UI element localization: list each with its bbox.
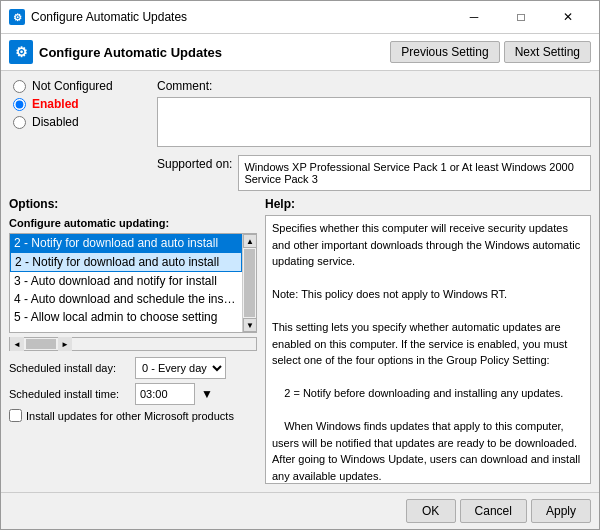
minimize-button[interactable]: ─ — [451, 7, 497, 27]
scheduled-time-label: Scheduled install time: — [9, 388, 129, 400]
comment-label: Comment: — [157, 79, 212, 93]
bottom-bar: OK Cancel Apply — [1, 492, 599, 529]
checkbox-row: Install updates for other Microsoft prod… — [9, 409, 257, 422]
scroll-right-btn[interactable]: ► — [58, 337, 72, 351]
list-item[interactable]: 2 - Notify for download and auto install — [10, 234, 242, 252]
scheduled-time-row: Scheduled install time: ▼ — [9, 383, 257, 405]
scroll-thumb — [244, 249, 255, 317]
radio-disabled-input[interactable] — [13, 116, 26, 129]
radio-enabled-input[interactable] — [13, 98, 26, 111]
window-controls: ─ □ ✕ — [451, 7, 591, 27]
scheduled-time-input[interactable] — [135, 383, 195, 405]
top-section: Not Configured Enabled Disabled Comment: — [9, 79, 591, 191]
configure-label: Configure automatic updating: — [9, 217, 257, 229]
header-buttons: Previous Setting Next Setting — [390, 41, 591, 63]
main-window: ⚙ Configure Automatic Updates ─ □ ✕ ⚙ Co… — [0, 0, 600, 530]
list-item[interactable]: 3 - Auto download and notify for install — [10, 272, 242, 290]
radio-enabled-label: Enabled — [32, 97, 79, 111]
form-fields: Scheduled install day: 0 - Every day Sch… — [9, 357, 257, 422]
radio-disabled-label: Disabled — [32, 115, 79, 129]
configure-list: 2 - Notify for download and auto install… — [9, 233, 257, 333]
configure-list-inner: 2 - Notify for download and auto install… — [10, 234, 242, 332]
apply-button[interactable]: Apply — [531, 499, 591, 523]
window-icon: ⚙ — [9, 9, 25, 25]
help-text: Specifies whether this computer will rec… — [272, 222, 582, 484]
maximize-button[interactable]: □ — [498, 7, 544, 27]
header-icon: ⚙ — [9, 40, 33, 64]
checkbox-label: Install updates for other Microsoft prod… — [26, 410, 234, 422]
horizontal-scrollbar: ◄ ► — [9, 337, 257, 351]
radio-panel: Not Configured Enabled Disabled — [9, 79, 149, 191]
radio-group: Not Configured Enabled Disabled — [9, 79, 149, 129]
comment-textarea[interactable] — [157, 97, 591, 147]
radio-disabled[interactable]: Disabled — [13, 115, 149, 129]
radio-not-configured-label: Not Configured — [32, 79, 113, 93]
list-item[interactable]: 4 - Auto download and schedule the insta… — [10, 290, 242, 308]
main-content: Not Configured Enabled Disabled Comment: — [1, 71, 599, 492]
scheduled-day-label: Scheduled install day: — [9, 362, 129, 374]
options-help-row: Options: Configure automatic updating: 2… — [9, 197, 591, 484]
scroll-up-btn[interactable]: ▲ — [243, 234, 257, 248]
radio-not-configured-input[interactable] — [13, 80, 26, 93]
supported-value: Windows XP Professional Service Pack 1 o… — [238, 155, 591, 191]
time-dropdown-icon[interactable]: ▼ — [201, 387, 213, 401]
list-scrollbar: ▲ ▼ — [242, 234, 256, 332]
next-setting-button[interactable]: Next Setting — [504, 41, 591, 63]
scroll-left-btn[interactable]: ◄ — [10, 337, 24, 351]
radio-not-configured[interactable]: Not Configured — [13, 79, 149, 93]
ok-button[interactable]: OK — [406, 499, 456, 523]
previous-setting-button[interactable]: Previous Setting — [390, 41, 499, 63]
help-section: Help: Specifies whether this computer wi… — [265, 197, 591, 484]
other-products-checkbox[interactable] — [9, 409, 22, 422]
scheduled-day-select[interactable]: 0 - Every day — [135, 357, 226, 379]
scroll-down-btn[interactable]: ▼ — [243, 318, 257, 332]
list-item[interactable]: 5 - Allow local admin to choose setting — [10, 308, 242, 326]
list-item[interactable]: 2 - Notify for download and auto install — [10, 252, 242, 272]
radio-enabled[interactable]: Enabled — [13, 97, 149, 111]
title-bar: ⚙ Configure Automatic Updates ─ □ ✕ — [1, 1, 599, 34]
options-title: Options: — [9, 197, 257, 211]
header-bar: ⚙ Configure Automatic Updates Previous S… — [1, 34, 599, 71]
help-title: Help: — [265, 197, 591, 211]
horiz-thumb — [26, 339, 56, 349]
help-content: Specifies whether this computer will rec… — [265, 215, 591, 484]
options-section: Options: Configure automatic updating: 2… — [9, 197, 257, 484]
window-title: Configure Automatic Updates — [31, 10, 445, 24]
scheduled-day-row: Scheduled install day: 0 - Every day — [9, 357, 257, 379]
right-panel: Comment: Supported on: Windows XP Profes… — [157, 79, 591, 191]
supported-label: Supported on: — [157, 155, 232, 171]
header-title: Configure Automatic Updates — [39, 45, 384, 60]
cancel-button[interactable]: Cancel — [460, 499, 527, 523]
close-button[interactable]: ✕ — [545, 7, 591, 27]
